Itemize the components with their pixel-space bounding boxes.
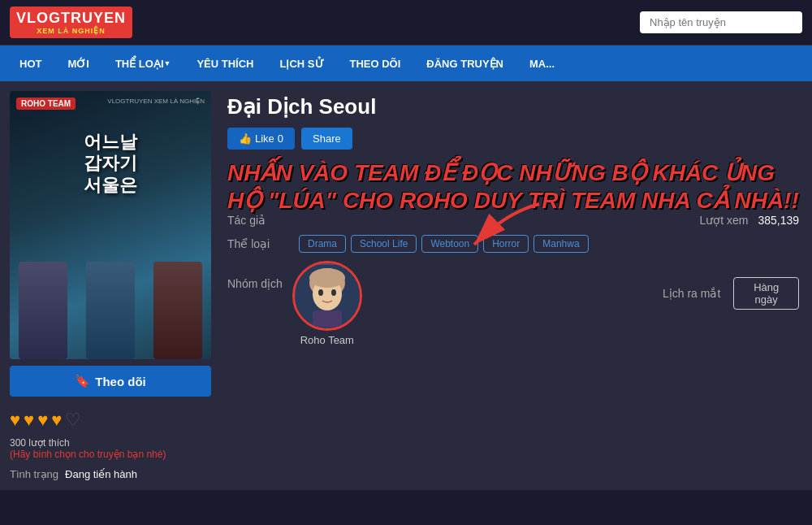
main-content: ROHO TEAM VLOGTRUYEN XEM LÀ NGHIỆN 어느날갑자… xyxy=(0,81,812,490)
action-buttons: 👍 Like 0 Share xyxy=(227,128,799,150)
header: VLOGTRUYEN XEM LÀ NGHIỆN xyxy=(0,0,812,46)
arrow-svg xyxy=(458,196,555,261)
status-row: Tình trạng Đang tiến hành xyxy=(10,468,211,480)
team-avatar[interactable] xyxy=(292,261,362,331)
like-label: Like xyxy=(255,132,274,145)
likes-count: 300 lượt thích xyxy=(10,437,211,449)
heart-4[interactable]: ♥ xyxy=(51,410,62,431)
heart-3[interactable]: ♥ xyxy=(37,410,48,431)
cover-characters xyxy=(10,229,211,359)
release-value-btn[interactable]: Hàng ngày xyxy=(733,277,799,310)
cover-title: 어느날갑자기서울은 xyxy=(84,132,137,196)
nav-item-more[interactable]: MA... xyxy=(516,46,568,81)
likes-prompt: (Hãy bình chọn cho truyện bạn nhé) xyxy=(10,449,211,460)
nav-item-theloai[interactable]: THỂ LOẠI xyxy=(102,46,184,81)
release-section: Lịch ra mắt Hàng ngày xyxy=(663,261,799,310)
views-count: 385,139 xyxy=(758,214,799,227)
cover-watermark: VLOGTRUYEN XEM LÀ NGHIỆN xyxy=(107,98,205,105)
group-section: Nhóm dịch xyxy=(227,261,487,346)
nav: HOT MỚI THỂ LOẠI YÊU THÍCH LỊCH SỬ THEO … xyxy=(0,46,812,81)
like-button[interactable]: 👍 Like 0 xyxy=(227,128,295,150)
group-label: Nhóm dịch xyxy=(227,261,283,290)
status-label: Tình trạng xyxy=(10,468,58,480)
logo-sub: XEM LÀ NGHIỆN xyxy=(37,27,106,35)
svg-point-5 xyxy=(331,289,336,296)
nav-item-theodoi[interactable]: THEO DÕI xyxy=(337,46,414,81)
character-1 xyxy=(19,262,67,359)
views-label: Lượt xem xyxy=(699,214,748,227)
heart-1[interactable]: ♥ xyxy=(10,410,20,431)
cover-badge: ROHO TEAM xyxy=(16,98,76,110)
svg-point-3 xyxy=(309,268,345,288)
right-panel: Đại Dịch Seoul 👍 Like 0 Share NHẤN VÀO T… xyxy=(224,91,802,480)
nav-item-yeuthich[interactable]: YÊU THÍCH xyxy=(184,46,266,81)
share-label: Share xyxy=(313,132,341,145)
character-2 xyxy=(86,262,135,359)
nav-item-hot[interactable]: HOT xyxy=(6,46,54,81)
team-name: Roho Team xyxy=(300,334,354,346)
logo-box[interactable]: VLOGTRUYEN XEM LÀ NGHIỆN xyxy=(10,7,132,38)
team-container[interactable]: Roho Team xyxy=(292,261,362,346)
team-avatar-inner xyxy=(295,263,360,328)
left-panel: ROHO TEAM VLOGTRUYEN XEM LÀ NGHIỆN 어느날갑자… xyxy=(10,91,211,480)
character-3 xyxy=(153,262,202,359)
follow-label: Theo dõi xyxy=(95,375,146,388)
status-value: Đang tiến hành xyxy=(65,468,137,480)
heart-2[interactable]: ♥ xyxy=(24,410,34,431)
nav-item-moi[interactable]: MỚI xyxy=(54,46,102,81)
tag-school-life[interactable]: School Life xyxy=(351,235,417,253)
author-col: Tác giả xyxy=(227,214,455,227)
nav-item-dangtruyen[interactable]: ĐĂNG TRUYỆN xyxy=(413,46,516,81)
genre-label: Thể loại xyxy=(227,237,279,250)
hearts-row: ♥ ♥ ♥ ♥ ♡ xyxy=(10,405,211,436)
share-button[interactable]: Share xyxy=(301,128,352,150)
bookmark-icon: 🔖 xyxy=(75,374,90,388)
like-count: 0 xyxy=(278,132,283,145)
release-label: Lịch ra mắt xyxy=(663,287,720,300)
author-label: Tác giả xyxy=(227,214,266,227)
svg-point-4 xyxy=(318,289,323,296)
team-avatar-svg xyxy=(296,265,358,327)
search-input[interactable] xyxy=(640,11,802,33)
nav-item-lichsu[interactable]: LỊCH SỬ xyxy=(267,46,337,81)
tag-drama[interactable]: Drama xyxy=(299,235,346,253)
svg-rect-6 xyxy=(313,310,342,327)
logo-main: VLOGTRUYEN xyxy=(16,10,126,27)
heart-5-empty[interactable]: ♡ xyxy=(65,410,81,431)
thumb-icon: 👍 xyxy=(239,132,252,145)
follow-button[interactable]: 🔖 Theo dõi xyxy=(10,366,211,397)
manga-title: Đại Dịch Seoul xyxy=(227,94,799,119)
logo-area: VLOGTRUYEN XEM LÀ NGHIỆN xyxy=(10,7,132,38)
group-release-row: Nhóm dịch xyxy=(227,261,799,346)
cover-image: ROHO TEAM VLOGTRUYEN XEM LÀ NGHIỆN 어느날갑자… xyxy=(10,91,211,359)
